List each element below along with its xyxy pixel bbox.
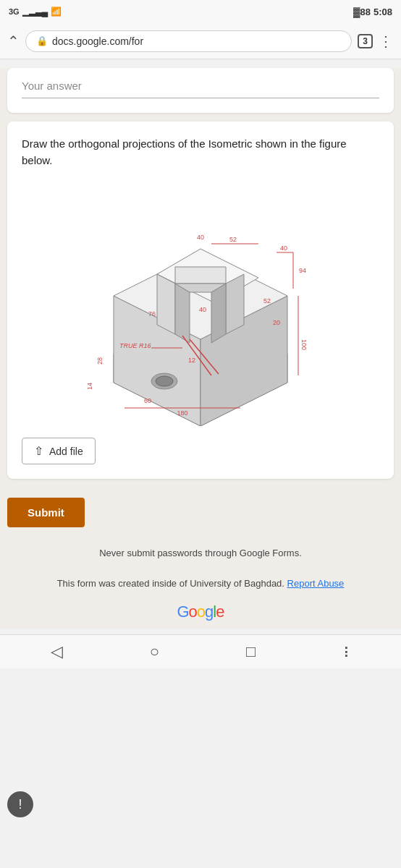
svg-marker-5 xyxy=(157,274,175,334)
svg-marker-7 xyxy=(175,267,226,284)
tab-count-badge[interactable]: 3 xyxy=(358,34,373,48)
browser-bar: ⌃ 🔒 docs.google.com/for 3 ⋮ xyxy=(0,23,401,59)
google-logo: Google xyxy=(0,595,401,629)
svg-marker-6 xyxy=(226,274,244,334)
question-card: Draw the orthogonal projections of the I… xyxy=(7,122,394,479)
svg-point-12 xyxy=(156,376,173,386)
upload-icon: ⇧ xyxy=(34,444,43,458)
svg-text:40: 40 xyxy=(197,234,204,241)
more-options-icon[interactable]: ⋮ xyxy=(379,33,394,50)
status-bar: 3G ▁▂▃▄ 📶 ▓88 5:08 xyxy=(0,0,401,23)
svg-text:20: 20 xyxy=(273,319,280,326)
svg-text:TRUE R16: TRUE R16 xyxy=(119,342,151,349)
signal-area: 3G ▁▂▃▄ 📶 xyxy=(9,7,62,17)
answer-card: Your answer xyxy=(7,68,394,113)
form-info: This form was created inside of Universi… xyxy=(14,576,387,592)
footer: Never submit passwords through Google Fo… xyxy=(0,539,401,595)
back-button[interactable]: ◁ xyxy=(51,642,63,661)
signal-bars-icon: ▁▂▃▄ xyxy=(22,7,48,17)
signal-text: 3G xyxy=(9,7,20,16)
password-warning: Never submit passwords through Google Fo… xyxy=(14,546,387,561)
home-icon[interactable]: ⌃ xyxy=(7,33,20,50)
svg-text:12: 12 xyxy=(188,357,195,364)
feedback-icon: ! xyxy=(18,797,22,812)
bottom-nav: ◁ ○ □ ⫶ xyxy=(0,634,401,668)
recents-button[interactable]: □ xyxy=(246,642,256,661)
drawing-container: 52 94 40 52 20 100 40 76 TRUE xyxy=(22,180,379,426)
url-text: docs.google.com/for xyxy=(52,35,143,47)
wifi-icon: 📶 xyxy=(51,7,62,17)
svg-text:40: 40 xyxy=(280,244,287,252)
svg-text:14: 14 xyxy=(86,383,93,390)
svg-marker-8 xyxy=(175,284,190,343)
svg-text:94: 94 xyxy=(299,267,306,274)
time-battery-area: ▓88 5:08 xyxy=(353,7,392,17)
question-text: Draw the orthogonal projections of the I… xyxy=(22,136,379,169)
svg-text:40: 40 xyxy=(199,306,206,313)
svg-text:76: 76 xyxy=(148,310,156,318)
svg-text:52: 52 xyxy=(263,297,271,305)
url-bar[interactable]: 🔒 docs.google.com/for xyxy=(25,30,352,52)
svg-text:180: 180 xyxy=(177,409,187,417)
home-button[interactable]: ○ xyxy=(150,642,159,661)
menu-button[interactable]: ⫶ xyxy=(342,642,350,661)
isometric-drawing: 52 94 40 52 20 100 40 76 TRUE xyxy=(70,180,331,426)
add-file-label: Add file xyxy=(49,446,83,457)
feedback-button[interactable]: ! xyxy=(7,791,33,817)
lock-icon: 🔒 xyxy=(36,35,48,46)
svg-text:52: 52 xyxy=(229,236,237,243)
svg-marker-9 xyxy=(211,284,226,343)
report-abuse-link[interactable]: Report Abuse xyxy=(287,578,345,589)
svg-text:100: 100 xyxy=(300,339,308,350)
svg-text:60: 60 xyxy=(144,397,151,404)
battery-icon: ▓88 xyxy=(353,7,371,17)
submit-button[interactable]: Submit xyxy=(7,498,85,527)
add-file-button[interactable]: ⇧ Add file xyxy=(22,438,96,464)
time-display: 5:08 xyxy=(373,7,392,17)
svg-text:28: 28 xyxy=(96,357,104,365)
submit-area: Submit xyxy=(0,490,401,539)
main-content: Your answer Draw the orthogonal projecti… xyxy=(0,68,401,629)
answer-placeholder[interactable]: Your answer xyxy=(22,80,379,98)
